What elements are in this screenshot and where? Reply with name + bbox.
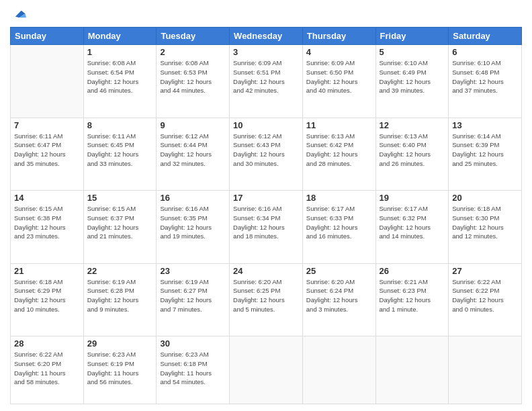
calendar-cell: 5Sunrise: 6:10 AM Sunset: 6:49 PM Daylig… bbox=[375, 45, 449, 118]
calendar-table: SundayMondayTuesdayWednesdayThursdayFrid… bbox=[10, 27, 522, 404]
week-row-2: 7Sunrise: 6:11 AM Sunset: 6:47 PM Daylig… bbox=[11, 118, 522, 191]
calendar-cell: 12Sunrise: 6:13 AM Sunset: 6:40 PM Dayli… bbox=[375, 118, 449, 191]
calendar-cell: 26Sunrise: 6:21 AM Sunset: 6:23 PM Dayli… bbox=[375, 263, 449, 336]
calendar-cell: 8Sunrise: 6:11 AM Sunset: 6:45 PM Daylig… bbox=[83, 118, 157, 191]
day-info: Sunrise: 6:23 AM Sunset: 6:18 PM Dayligh… bbox=[160, 350, 226, 387]
week-row-4: 21Sunrise: 6:18 AM Sunset: 6:29 PM Dayli… bbox=[11, 263, 522, 336]
day-info: Sunrise: 6:15 AM Sunset: 6:38 PM Dayligh… bbox=[14, 204, 80, 241]
day-info: Sunrise: 6:21 AM Sunset: 6:23 PM Dayligh… bbox=[380, 277, 445, 314]
day-info: Sunrise: 6:08 AM Sunset: 6:54 PM Dayligh… bbox=[87, 58, 153, 95]
logo bbox=[10, 7, 26, 21]
calendar-cell: 18Sunrise: 6:17 AM Sunset: 6:33 PM Dayli… bbox=[302, 191, 375, 264]
calendar-cell: 22Sunrise: 6:19 AM Sunset: 6:28 PM Dayli… bbox=[83, 263, 157, 336]
calendar-cell: 10Sunrise: 6:12 AM Sunset: 6:43 PM Dayli… bbox=[230, 118, 303, 191]
day-number: 4 bbox=[306, 47, 372, 57]
weekday-header-sunday: Sunday bbox=[11, 28, 84, 45]
header bbox=[10, 7, 522, 21]
calendar-cell: 19Sunrise: 6:17 AM Sunset: 6:32 PM Dayli… bbox=[375, 191, 449, 264]
calendar-cell: 9Sunrise: 6:12 AM Sunset: 6:44 PM Daylig… bbox=[157, 118, 230, 191]
calendar-cell bbox=[302, 336, 375, 404]
calendar-cell: 7Sunrise: 6:11 AM Sunset: 6:47 PM Daylig… bbox=[11, 118, 84, 191]
weekday-header-saturday: Saturday bbox=[449, 28, 522, 45]
day-number: 10 bbox=[233, 120, 299, 130]
day-info: Sunrise: 6:19 AM Sunset: 6:27 PM Dayligh… bbox=[160, 277, 226, 314]
calendar-cell: 3Sunrise: 6:09 AM Sunset: 6:51 PM Daylig… bbox=[230, 45, 303, 118]
calendar-cell: 1Sunrise: 6:08 AM Sunset: 6:54 PM Daylig… bbox=[83, 45, 157, 118]
day-info: Sunrise: 6:10 AM Sunset: 6:49 PM Dayligh… bbox=[380, 58, 445, 95]
weekday-header-monday: Monday bbox=[83, 28, 157, 45]
calendar-cell bbox=[230, 336, 303, 404]
day-number: 29 bbox=[87, 338, 153, 349]
day-info: Sunrise: 6:13 AM Sunset: 6:40 PM Dayligh… bbox=[380, 132, 445, 169]
day-number: 21 bbox=[14, 266, 80, 276]
calendar-cell: 30Sunrise: 6:23 AM Sunset: 6:18 PM Dayli… bbox=[157, 336, 230, 404]
day-info: Sunrise: 6:08 AM Sunset: 6:53 PM Dayligh… bbox=[160, 58, 226, 95]
day-number: 23 bbox=[160, 266, 226, 276]
day-number: 26 bbox=[380, 266, 445, 276]
day-number: 17 bbox=[233, 193, 299, 203]
weekday-header-friday: Friday bbox=[375, 28, 449, 45]
calendar-cell: 2Sunrise: 6:08 AM Sunset: 6:53 PM Daylig… bbox=[157, 45, 230, 118]
day-info: Sunrise: 6:09 AM Sunset: 6:50 PM Dayligh… bbox=[306, 58, 372, 95]
calendar-cell: 23Sunrise: 6:19 AM Sunset: 6:27 PM Dayli… bbox=[157, 263, 230, 336]
calendar-cell: 17Sunrise: 6:16 AM Sunset: 6:34 PM Dayli… bbox=[230, 191, 303, 264]
day-info: Sunrise: 6:11 AM Sunset: 6:47 PM Dayligh… bbox=[14, 132, 80, 169]
day-info: Sunrise: 6:17 AM Sunset: 6:32 PM Dayligh… bbox=[380, 204, 445, 241]
weekday-header-tuesday: Tuesday bbox=[157, 28, 230, 45]
day-number: 20 bbox=[452, 193, 518, 203]
day-number: 1 bbox=[87, 47, 153, 57]
day-info: Sunrise: 6:18 AM Sunset: 6:30 PM Dayligh… bbox=[452, 204, 518, 241]
week-row-1: 1Sunrise: 6:08 AM Sunset: 6:54 PM Daylig… bbox=[11, 45, 522, 118]
day-info: Sunrise: 6:10 AM Sunset: 6:48 PM Dayligh… bbox=[452, 58, 518, 95]
day-info: Sunrise: 6:13 AM Sunset: 6:42 PM Dayligh… bbox=[306, 132, 372, 169]
calendar-cell bbox=[375, 336, 449, 404]
day-number: 27 bbox=[452, 266, 518, 276]
calendar-cell bbox=[449, 336, 522, 404]
day-info: Sunrise: 6:16 AM Sunset: 6:35 PM Dayligh… bbox=[160, 204, 226, 241]
day-number: 7 bbox=[14, 120, 80, 130]
weekday-header-thursday: Thursday bbox=[302, 28, 375, 45]
day-number: 18 bbox=[306, 193, 372, 203]
day-number: 5 bbox=[380, 47, 445, 57]
day-number: 2 bbox=[160, 47, 226, 57]
day-info: Sunrise: 6:12 AM Sunset: 6:44 PM Dayligh… bbox=[160, 132, 226, 169]
day-number: 9 bbox=[160, 120, 226, 130]
day-number: 16 bbox=[160, 193, 226, 203]
day-info: Sunrise: 6:22 AM Sunset: 6:22 PM Dayligh… bbox=[452, 277, 518, 314]
calendar-cell bbox=[11, 45, 84, 118]
calendar-cell: 29Sunrise: 6:23 AM Sunset: 6:19 PM Dayli… bbox=[83, 336, 157, 404]
calendar-cell: 13Sunrise: 6:14 AM Sunset: 6:39 PM Dayli… bbox=[449, 118, 522, 191]
day-number: 24 bbox=[233, 266, 299, 276]
logo-bird-icon bbox=[11, 7, 26, 21]
day-info: Sunrise: 6:20 AM Sunset: 6:24 PM Dayligh… bbox=[306, 277, 372, 314]
calendar-cell: 25Sunrise: 6:20 AM Sunset: 6:24 PM Dayli… bbox=[302, 263, 375, 336]
logo-text bbox=[10, 7, 26, 21]
calendar-cell: 14Sunrise: 6:15 AM Sunset: 6:38 PM Dayli… bbox=[11, 191, 84, 264]
calendar-cell: 21Sunrise: 6:18 AM Sunset: 6:29 PM Dayli… bbox=[11, 263, 84, 336]
day-number: 13 bbox=[452, 120, 518, 130]
day-info: Sunrise: 6:15 AM Sunset: 6:37 PM Dayligh… bbox=[87, 204, 153, 241]
day-number: 25 bbox=[306, 266, 372, 276]
calendar-cell: 27Sunrise: 6:22 AM Sunset: 6:22 PM Dayli… bbox=[449, 263, 522, 336]
weekday-header-wednesday: Wednesday bbox=[230, 28, 303, 45]
weekday-header-row: SundayMondayTuesdayWednesdayThursdayFrid… bbox=[11, 28, 522, 45]
day-info: Sunrise: 6:20 AM Sunset: 6:25 PM Dayligh… bbox=[233, 277, 299, 314]
day-info: Sunrise: 6:12 AM Sunset: 6:43 PM Dayligh… bbox=[233, 132, 299, 169]
day-info: Sunrise: 6:17 AM Sunset: 6:33 PM Dayligh… bbox=[306, 204, 372, 241]
calendar-cell: 15Sunrise: 6:15 AM Sunset: 6:37 PM Dayli… bbox=[83, 191, 157, 264]
day-number: 8 bbox=[87, 120, 153, 130]
day-number: 22 bbox=[87, 266, 153, 276]
day-info: Sunrise: 6:19 AM Sunset: 6:28 PM Dayligh… bbox=[87, 277, 153, 314]
day-number: 6 bbox=[452, 47, 518, 57]
calendar-cell: 24Sunrise: 6:20 AM Sunset: 6:25 PM Dayli… bbox=[230, 263, 303, 336]
day-number: 28 bbox=[14, 338, 80, 349]
day-info: Sunrise: 6:22 AM Sunset: 6:20 PM Dayligh… bbox=[14, 350, 80, 387]
day-info: Sunrise: 6:11 AM Sunset: 6:45 PM Dayligh… bbox=[87, 132, 153, 169]
day-number: 11 bbox=[306, 120, 372, 130]
calendar-cell: 6Sunrise: 6:10 AM Sunset: 6:48 PM Daylig… bbox=[449, 45, 522, 118]
calendar-cell: 28Sunrise: 6:22 AM Sunset: 6:20 PM Dayli… bbox=[11, 336, 84, 404]
day-number: 15 bbox=[87, 193, 153, 203]
week-row-5: 28Sunrise: 6:22 AM Sunset: 6:20 PM Dayli… bbox=[11, 336, 522, 404]
day-info: Sunrise: 6:16 AM Sunset: 6:34 PM Dayligh… bbox=[233, 204, 299, 241]
day-info: Sunrise: 6:18 AM Sunset: 6:29 PM Dayligh… bbox=[14, 277, 80, 314]
